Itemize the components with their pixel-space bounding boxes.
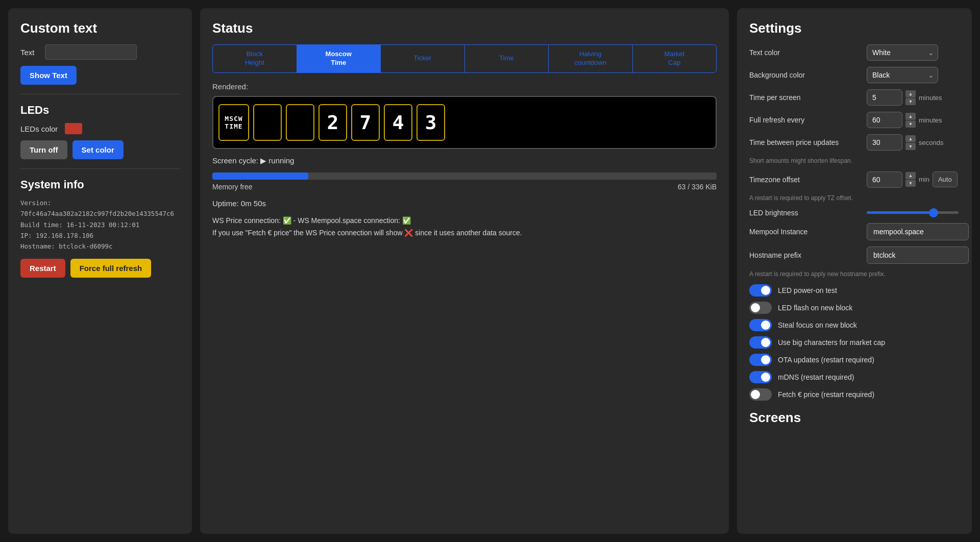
price-update-up[interactable]: ▲ <box>905 135 916 142</box>
connection-line-2: If you use "Fetch € price" the WS Price … <box>212 227 717 239</box>
text-color-select-wrapper: White Black <box>867 44 938 61</box>
digit-2: 2 <box>318 104 347 141</box>
full-refresh-down[interactable]: ▼ <box>905 120 916 128</box>
clock-label-box: MSCW TIME <box>218 104 249 141</box>
price-update-unit: seconds <box>919 139 943 146</box>
full-refresh-group: ▲ ▼ minutes <box>867 112 942 128</box>
show-text-button[interactable]: Show Text <box>20 66 77 85</box>
toggle-mdns-switch[interactable] <box>749 371 772 383</box>
text-color-row: Text color White Black <box>749 44 960 61</box>
text-field-row: Text <box>20 44 180 60</box>
price-update-spin: ▲ ▼ <box>905 135 916 150</box>
right-panel: Settings Text color White Black Backgrou… <box>737 8 972 534</box>
toggle-euro-label: Fetch € price (restart required) <box>778 390 874 399</box>
led-color-row: LEDs color <box>20 123 180 134</box>
tab-ticker[interactable]: Ticker <box>381 45 465 72</box>
led-brightness-row: LED brightness <box>749 209 960 217</box>
toggle-led-power-label: LED power-on test <box>778 286 837 294</box>
digit-0 <box>253 104 282 141</box>
led-brightness-label: LED brightness <box>749 209 862 217</box>
toggle-mdns: mDNS (restart required) <box>749 371 960 383</box>
clock-display: MSCW TIME 2 7 4 3 <box>212 96 717 149</box>
tz-unit: min <box>919 176 929 183</box>
digit-3: 7 <box>351 104 380 141</box>
custom-text-section: Custom text Text Show Text <box>20 20 180 85</box>
toggle-big-chars-switch[interactable] <box>749 336 772 349</box>
full-refresh-spin: ▲ ▼ <box>905 113 916 128</box>
full-refresh-up[interactable]: ▲ <box>905 113 916 120</box>
toggles-section: LED power-on test LED flash on new block… <box>749 284 960 406</box>
divider-2 <box>20 168 180 169</box>
digit-4: 4 <box>384 104 412 141</box>
left-panel: Custom text Text Show Text LEDs LEDs col… <box>8 8 192 534</box>
toggle-euro: Fetch € price (restart required) <box>749 388 960 401</box>
toggle-big-chars: Use big characters for market cap <box>749 336 960 349</box>
tz-input[interactable] <box>867 171 902 188</box>
toggle-ota: OTA updates (restart required) <box>749 354 960 366</box>
tz-spin: ▲ ▼ <box>905 172 916 187</box>
toggle-led-flash-switch[interactable] <box>749 302 772 314</box>
full-refresh-unit: minutes <box>919 116 942 124</box>
price-update-group: ▲ ▼ seconds <box>867 134 943 151</box>
text-color-select[interactable]: White Black <box>867 44 938 61</box>
toggle-ota-switch[interactable] <box>749 354 772 366</box>
settings-title: Settings <box>749 20 960 36</box>
memory-progress-fill <box>212 173 308 180</box>
tab-time[interactable]: Time <box>465 45 549 72</box>
text-color-label: Text color <box>749 48 862 57</box>
rendered-label: Rendered: <box>212 82 717 91</box>
memory-row: Memory free 63 / 336 KiB <box>212 183 717 191</box>
time-per-screen-up[interactable]: ▲ <box>905 90 916 97</box>
bg-color-select-wrapper: Black White <box>867 67 938 83</box>
screens-title: Screens <box>749 410 960 426</box>
toggle-steal-focus-label: Steal focus on new block <box>778 321 857 329</box>
time-per-screen-down[interactable]: ▼ <box>905 98 916 105</box>
center-panel: Status BlockHeight MoscowTime Ticker Tim… <box>200 8 729 534</box>
bg-color-row: Background color Black White <box>749 67 960 83</box>
time-per-screen-group: ▲ ▼ minutes <box>867 89 942 106</box>
mempool-input[interactable] <box>867 223 969 240</box>
toggle-led-power: LED power-on test <box>749 284 960 297</box>
hostname-input[interactable] <box>867 247 969 264</box>
hostname-hint: A restart is required to apply new hostn… <box>749 270 960 279</box>
full-refresh-input[interactable] <box>867 112 902 128</box>
toggle-steal-focus: Steal focus on new block <box>749 319 960 331</box>
status-title: Status <box>212 20 717 36</box>
divider-1 <box>20 94 180 94</box>
tz-down[interactable]: ▼ <box>905 180 916 187</box>
tz-row: Timezone offset ▲ ▼ min Auto <box>749 171 960 188</box>
toggle-led-flash: LED flash on new block <box>749 302 960 314</box>
led-brightness-slider[interactable] <box>867 211 959 214</box>
price-update-label: Time between price updates <box>749 138 862 146</box>
tz-group: ▲ ▼ min Auto <box>867 171 958 188</box>
toggle-led-power-switch[interactable] <box>749 284 772 297</box>
toggle-steal-focus-switch[interactable] <box>749 319 772 331</box>
set-color-button[interactable]: Set color <box>72 140 124 159</box>
bg-color-select[interactable]: Black White <box>867 67 938 83</box>
leds-section: LEDs LEDs color Turn off Set color <box>20 104 180 159</box>
tab-market-cap[interactable]: MarketCap <box>633 45 717 72</box>
mempool-row: Mempool Instance <box>749 223 960 240</box>
restart-button[interactable]: Restart <box>20 259 65 278</box>
custom-text-input[interactable] <box>45 44 137 60</box>
led-buttons: Turn off Set color <box>20 140 180 159</box>
clock-label-2: TIME <box>225 122 242 130</box>
status-tabs: BlockHeight MoscowTime Ticker Time Halvi… <box>212 44 717 73</box>
tz-up[interactable]: ▲ <box>905 172 916 179</box>
uptime-text: Uptime: 0m 50s <box>212 199 717 208</box>
force-refresh-button[interactable]: Force full refresh <box>70 259 152 278</box>
price-update-input[interactable] <box>867 134 902 151</box>
hostname-label: Hostname prefix <box>749 251 862 259</box>
tz-auto-button[interactable]: Auto <box>933 171 958 187</box>
tab-moscow-time[interactable]: MoscowTime <box>297 45 381 72</box>
time-per-screen-row: Time per screen ▲ ▼ minutes <box>749 89 960 106</box>
tab-halving[interactable]: Halvingcountdown <box>549 45 633 72</box>
price-update-row: Time between price updates ▲ ▼ seconds <box>749 134 960 151</box>
price-update-down[interactable]: ▼ <box>905 143 916 150</box>
toggle-euro-switch[interactable] <box>749 388 772 401</box>
system-buttons: Restart Force full refresh <box>20 259 180 278</box>
tab-block-height[interactable]: BlockHeight <box>213 45 297 72</box>
led-color-swatch <box>65 123 82 134</box>
turn-off-button[interactable]: Turn off <box>20 140 67 159</box>
time-per-screen-input[interactable] <box>867 89 902 106</box>
